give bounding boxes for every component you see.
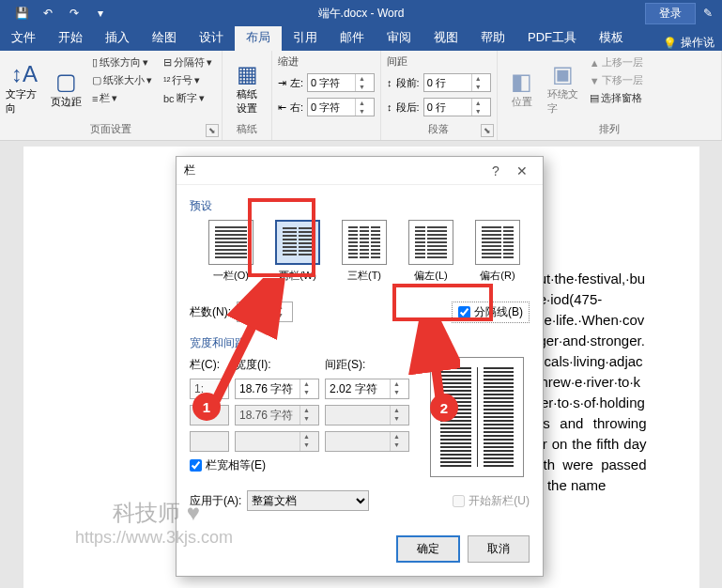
preset-two[interactable]: 两栏(W) (275, 220, 320, 283)
apply-to-select[interactable]: 整篇文档 (247, 490, 369, 511)
dialog-help-icon[interactable]: ? (483, 163, 509, 178)
space-before-icon: ↕ (387, 77, 392, 88)
selection-pane-button[interactable]: ▤ 选择窗格 (586, 90, 647, 106)
gaozhi-button[interactable]: ▦稿纸 设置 (228, 54, 266, 122)
preset-row: 一栏(O) 两栏(W) 三栏(T) 偏左(L) 偏右(R) (190, 220, 530, 288)
width-2-input: ▲▼ (235, 405, 319, 426)
ribbon: ↕A文字方向 ▢页边距 ▯ 纸张方向 ▾ ▢ 纸张大小 ▾ ≡ 栏 ▾ ⊟ 分隔… (0, 51, 722, 141)
space-after-input[interactable]: ▲▼ (423, 98, 491, 116)
dialog-title: 栏 (184, 162, 483, 178)
spacing-title: 间距 (387, 54, 407, 69)
ribbon-tabs: 文件 开始 插入 绘图 设计 布局 引用 邮件 审阅 视图 帮助 PDF工具 模… (0, 26, 722, 51)
group-label-paragraph: 段落 (387, 122, 491, 136)
num-columns-label: 栏数(N): (190, 304, 231, 320)
tab-review[interactable]: 审阅 (376, 25, 422, 51)
position-button[interactable]: ◧位置 (503, 54, 541, 122)
width-header: 宽度(I): (235, 357, 319, 373)
space-after-icon: ↕ (387, 101, 392, 113)
preset-one[interactable]: 一栏(O) (208, 220, 253, 283)
num-columns-input[interactable]: ▲▼ (237, 302, 293, 322)
tab-pdftools[interactable]: PDF工具 (516, 25, 588, 51)
tab-help[interactable]: 帮助 (469, 25, 516, 51)
login-button[interactable]: 登录 (645, 3, 696, 24)
spacing-3-input: ▲▼ (325, 431, 409, 452)
width-1-input[interactable]: ▲▼ (235, 379, 319, 399)
tab-mailings[interactable]: 邮件 (329, 25, 376, 51)
tab-layout[interactable]: 布局 (235, 25, 282, 51)
group-page-setup: ↕A文字方向 ▢页边距 ▯ 纸张方向 ▾ ▢ 纸张大小 ▾ ≡ 栏 ▾ ⊟ 分隔… (0, 51, 223, 140)
text-direction-button[interactable]: ↕A文字方向 (6, 54, 43, 122)
space-before-input[interactable]: ▲▼ (423, 73, 491, 92)
tab-draw[interactable]: 绘图 (141, 25, 188, 51)
indent-left-input[interactable]: ▲▼ (307, 73, 375, 92)
spacing-1-input[interactable]: ▲▼ (325, 379, 409, 399)
margins-button[interactable]: ▢页边距 (47, 54, 84, 122)
width-section-label: 宽度和间距 (190, 335, 413, 351)
line-numbers-button[interactable]: ¹² 行号 ▾ (160, 72, 216, 88)
equal-width-checkbox[interactable]: 栏宽相等(E) (190, 457, 413, 473)
window-title: 端午.docx - Word (318, 6, 405, 22)
width-3-input: ▲▼ (235, 431, 319, 452)
columns-button[interactable]: ≡ 栏 ▾ (88, 90, 156, 106)
group-arrange: ◧位置 ▣环绕文 字 ▲ 上移一层 ▼ 下移一层 ▤ 选择窗格 排列 (498, 51, 722, 140)
indent-right-icon: ⇤ (278, 101, 286, 114)
tab-file[interactable]: 文件 (0, 25, 47, 51)
paper-size-button[interactable]: ▢ 纸张大小 ▾ (88, 72, 156, 88)
separator-checkbox[interactable]: 分隔线(B) (452, 302, 530, 323)
tab-home[interactable]: 开始 (47, 25, 94, 51)
indent-right-input[interactable]: ▲▼ (307, 98, 375, 116)
breaks-button[interactable]: ⊟ 分隔符 ▾ (160, 54, 216, 70)
group-spacing: 间距 ↕段前:▲▼ ↕段后:▲▼ 段落 ⬊ (381, 51, 498, 140)
dialog-titlebar: 栏 ? ✕ (177, 157, 543, 185)
col-header: 栏(C): (190, 357, 229, 373)
qat-customize-icon[interactable]: ▾ (88, 2, 113, 24)
quick-access-toolbar: 💾 ↶ ↷ ▾ (0, 2, 113, 24)
indent-title: 缩进 (278, 54, 299, 69)
columns-dialog: 栏 ? ✕ 预设 一栏(O) 两栏(W) 三栏(T) 偏左(L) 偏右(R) 栏… (176, 156, 544, 577)
start-new-column-checkbox: 开始新栏(U) (453, 493, 530, 509)
undo-icon[interactable]: ↶ (36, 2, 60, 24)
indent-left-icon: ⇥ (278, 77, 286, 89)
paragraph-launcher[interactable]: ⬊ (481, 124, 494, 137)
bulb-icon: 💡 (663, 37, 677, 50)
preset-three[interactable]: 三栏(T) (342, 220, 387, 283)
group-label-page-setup: 页面设置 (6, 122, 216, 136)
tab-references[interactable]: 引用 (282, 25, 329, 51)
tab-design[interactable]: 设计 (188, 25, 235, 51)
title-bar: 💾 ↶ ↷ ▾ 端午.docx - Word 登录 ✎ (0, 0, 722, 26)
save-icon[interactable]: 💾 (9, 2, 34, 24)
wrap-text-button[interactable]: ▣环绕文 字 (545, 54, 582, 122)
dialog-close-icon[interactable]: ✕ (509, 163, 535, 178)
hyphenation-button[interactable]: bc 断字 ▾ (160, 90, 216, 106)
tab-templates[interactable]: 模板 (588, 25, 635, 51)
preset-left[interactable]: 偏左(L) (408, 220, 453, 283)
ok-button[interactable]: 确定 (396, 535, 460, 563)
spacing-2-input: ▲▼ (325, 405, 409, 426)
preview-label: 预览 (424, 335, 530, 351)
bring-forward-button[interactable]: ▲ 上移一层 (586, 54, 647, 70)
preset-section-label: 预设 (190, 198, 530, 214)
badge-1: 1 (192, 393, 221, 421)
apply-to-label: 应用于(A): (190, 493, 241, 509)
orientation-button[interactable]: ▯ 纸张方向 ▾ (88, 54, 156, 70)
cancel-button[interactable]: 取消 (468, 535, 530, 563)
tab-view[interactable]: 视图 (422, 25, 469, 51)
page-setup-launcher[interactable]: ⬊ (206, 124, 219, 137)
spacing-header: 间距(S): (325, 357, 365, 373)
tab-insert[interactable]: 插入 (94, 25, 141, 51)
badge-2: 2 (430, 394, 458, 422)
tell-me[interactable]: 💡操作说 (663, 35, 722, 51)
col-index-3 (190, 431, 229, 452)
group-label-arrange: 排列 (503, 122, 715, 136)
group-gaozhi: ▦稿纸 设置 稿纸 (223, 51, 272, 140)
send-backward-button[interactable]: ▼ 下移一层 (586, 72, 647, 88)
redo-icon[interactable]: ↷ (62, 2, 86, 24)
app-options-icon[interactable]: ✎ (703, 7, 713, 20)
group-label-gaozhi: 稿纸 (228, 122, 266, 136)
group-indent: 缩进 ⇥左:▲▼ ⇤右:▲▼ (272, 51, 381, 140)
preset-right[interactable]: 偏右(R) (475, 220, 520, 283)
